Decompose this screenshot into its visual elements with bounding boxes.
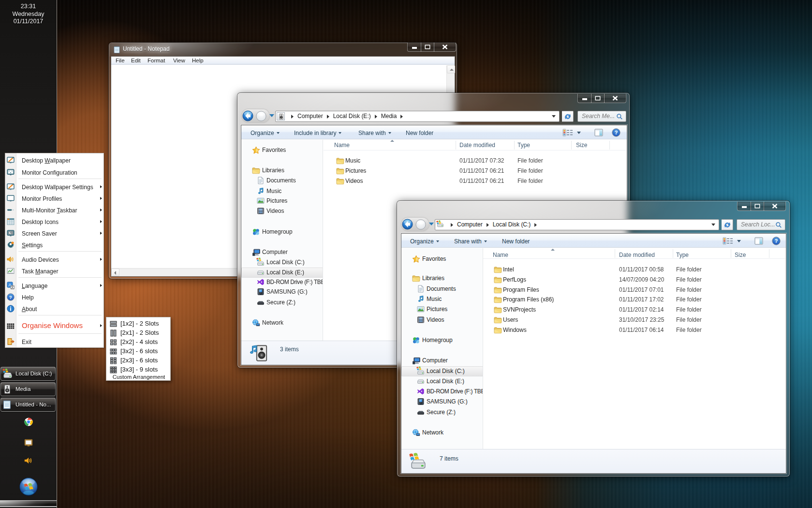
svg-text:文: 文 bbox=[11, 285, 15, 289]
